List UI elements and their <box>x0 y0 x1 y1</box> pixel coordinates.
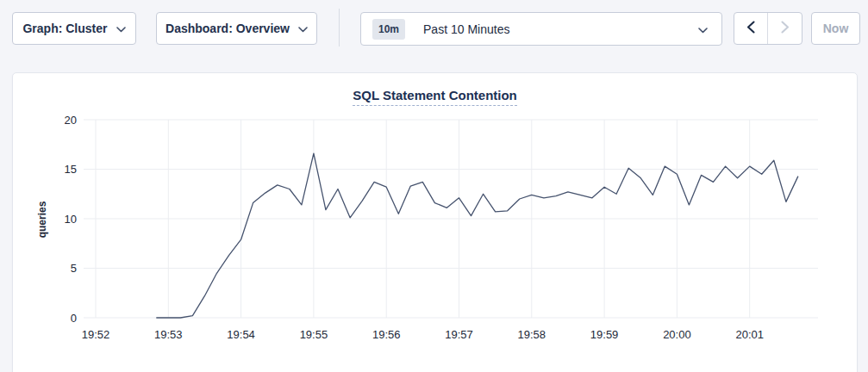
dashboard-dropdown-label: Dashboard: Overview <box>165 22 290 35</box>
series-line <box>156 153 798 318</box>
sql-contention-line-chart: 0510152019:5219:5319:5419:5519:5619:5719… <box>13 73 859 372</box>
x-tick-label: 19:58 <box>518 328 546 341</box>
x-tick-label: 19:59 <box>590 328 619 341</box>
y-tick-label: 5 <box>71 262 77 275</box>
time-step-buttons <box>734 12 802 45</box>
x-tick-label: 19:54 <box>227 328 255 341</box>
dashboard-dropdown[interactable]: Dashboard: Overview <box>156 12 317 45</box>
chevron-down-icon <box>116 22 126 35</box>
step-forward-button[interactable] <box>768 13 802 44</box>
y-tick-label: 10 <box>65 213 77 226</box>
y-tick-label: 0 <box>71 312 77 325</box>
x-tick-label: 20:00 <box>663 328 691 341</box>
toolbar-divider <box>339 9 340 46</box>
x-tick-label: 19:52 <box>82 328 110 341</box>
time-range-label: Past 10 Minutes <box>423 22 698 36</box>
step-back-button[interactable] <box>734 13 768 44</box>
y-axis-label: queries <box>36 201 48 238</box>
now-button[interactable]: Now <box>811 12 860 45</box>
x-tick-label: 19:56 <box>372 328 401 341</box>
x-tick-label: 19:53 <box>154 328 183 341</box>
y-tick-label: 15 <box>65 163 77 176</box>
x-tick-label: 20:01 <box>735 328 764 341</box>
graph-dropdown-label: Graph: Cluster <box>22 22 107 35</box>
chart-panel: SQL Statement Contention 0510152019:5219… <box>12 72 858 372</box>
x-tick-label: 19:55 <box>300 328 328 341</box>
time-range-badge: 10m <box>372 19 405 40</box>
chevron-right-icon <box>781 21 790 37</box>
toolbar: Graph: Cluster Dashboard: Overview 10m P… <box>0 0 868 57</box>
chevron-down-icon <box>298 22 308 35</box>
chevron-left-icon <box>746 21 755 37</box>
y-tick-label: 20 <box>65 114 77 127</box>
time-range-picker[interactable]: 10m Past 10 Minutes <box>360 12 722 46</box>
chevron-down-icon <box>698 22 708 37</box>
graph-dropdown[interactable]: Graph: Cluster <box>12 12 136 45</box>
x-tick-label: 19:57 <box>445 328 473 341</box>
